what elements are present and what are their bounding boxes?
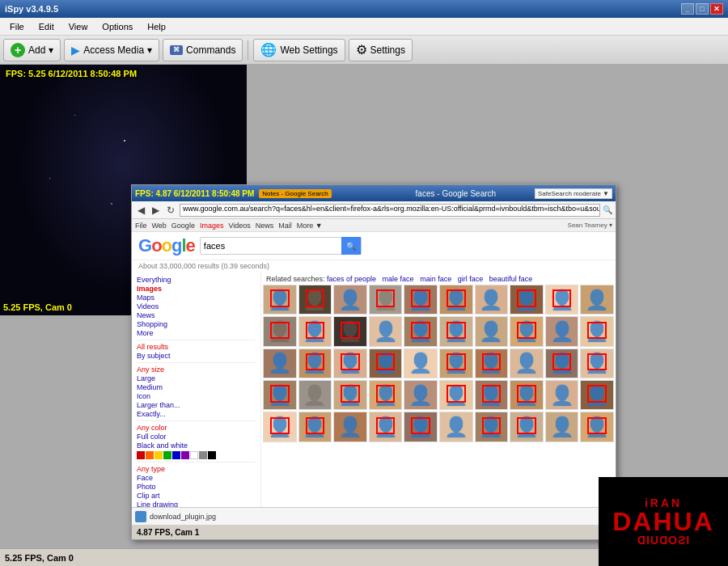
maximize-button[interactable]: □ — [696, 3, 709, 15]
face-detection-rect-12 — [341, 322, 360, 339]
browser-forward[interactable]: ▶ — [150, 205, 162, 216]
google-search-input[interactable] — [201, 241, 341, 251]
cam0-fps-display: FPS: 5.25 6/12/2011 8:50:48 PM — [3, 68, 139, 79]
browser-menu-mail[interactable]: Mail — [278, 222, 292, 230]
add-button[interactable]: + Add ▾ — [3, 39, 61, 61]
image-cell-33: 👤 — [369, 380, 403, 410]
related-girl-face[interactable]: girl face — [458, 275, 484, 283]
face-detection-rect-44 — [411, 417, 430, 434]
related-main-face[interactable]: main face — [420, 275, 451, 283]
menu-help[interactable]: Help — [141, 20, 172, 33]
browser-menu-google[interactable]: Google — [171, 222, 195, 230]
menu-edit[interactable]: Edit — [32, 20, 61, 33]
download-filename: download_plugin.jpg — [150, 513, 216, 521]
sidebar-shopping[interactable]: Shopping — [137, 320, 256, 328]
address-bar[interactable]: www.google.com.au/search?q=faces&hl=en&c… — [180, 204, 600, 217]
search-box-container: 🔍 — [200, 237, 362, 255]
face-detection-rect-35 — [447, 385, 466, 402]
access-media-button[interactable]: ▶ Access Media ▾ — [64, 39, 159, 61]
browser-refresh[interactable]: ↻ — [164, 205, 177, 216]
image-cell-14: 👤 — [404, 316, 438, 346]
sidebar-news[interactable]: News — [137, 311, 256, 319]
minimize-button[interactable]: _ — [681, 3, 694, 15]
image-cell-47: 👤 — [510, 412, 544, 441]
sidebar-large[interactable]: Large — [137, 374, 256, 382]
sidebar-maps[interactable]: Maps — [137, 294, 256, 302]
image-cell-49: 👤 — [580, 412, 614, 441]
image-cell-3: 👤 — [369, 285, 403, 315]
browser-search-icon: 🔍 — [603, 205, 612, 214]
image-cell-1: 👤 — [298, 285, 332, 315]
results-info: About 33,000,000 results (0.39 seconds) — [132, 260, 616, 272]
sidebar-largerthan[interactable]: Larger than... — [137, 401, 256, 409]
image-cell-18: 👤 — [545, 316, 579, 346]
menu-options[interactable]: Options — [95, 20, 139, 33]
browser-menu-images[interactable]: Images — [200, 222, 224, 230]
browser-menu-file[interactable]: File — [135, 222, 147, 230]
sidebar-bw[interactable]: Black and white — [137, 441, 256, 450]
sidebar-bysubject[interactable]: By subject — [137, 352, 256, 360]
browser-menu-more[interactable]: More ▼ — [297, 222, 323, 230]
image-cell-11: 👤 — [298, 316, 332, 346]
face-detection-rect-32 — [341, 385, 360, 402]
sidebar-anysize-title: Any size — [137, 365, 164, 374]
google-sidebar: Everything Images Maps Videos News Shopp… — [132, 272, 261, 537]
face-detection-rect-23 — [376, 353, 396, 370]
sidebar-photo[interactable]: Photo — [137, 483, 256, 491]
title-bar-controls[interactable]: _ □ ✕ — [681, 3, 723, 15]
face-detection-rect-33 — [376, 385, 396, 402]
related-faces-of-people[interactable]: faces of people — [327, 275, 376, 283]
close-button[interactable]: ✕ — [710, 3, 723, 15]
sidebar-face[interactable]: Face — [137, 474, 256, 482]
image-cell-37: 👤 — [510, 380, 544, 410]
sidebar-videos[interactable]: Videos — [137, 302, 256, 310]
google-search-button[interactable]: 🔍 — [341, 237, 361, 255]
cam0-status-label: 5.25 FPS, Cam 0 — [5, 553, 74, 563]
related-beautiful-face[interactable]: beautiful face — [489, 275, 533, 283]
face-detection-rect-5 — [447, 289, 466, 306]
image-cell-48: 👤 — [545, 412, 579, 441]
face-detection-rect-0 — [270, 289, 290, 306]
sidebar-anycolor-title: Any color — [137, 424, 167, 432]
add-dropdown-icon: ▾ — [49, 44, 53, 56]
face-detection-rect-37 — [517, 385, 536, 402]
image-cell-4: 👤 — [404, 285, 438, 315]
related-searches: Related searches: faces of people male f… — [263, 273, 614, 285]
browser-menu-news[interactable]: News — [256, 222, 274, 230]
commands-button[interactable]: ⌘ Commands — [163, 39, 243, 61]
sidebar-clipart[interactable]: Clip art — [137, 492, 256, 500]
face-detection-rect-1 — [306, 289, 325, 306]
toolbar-separator — [248, 40, 248, 60]
main-area: FPS: 5.25 6/12/2011 8:50:48 PM 5.25 FPS,… — [0, 65, 728, 566]
image-cell-21: 👤 — [298, 348, 332, 378]
sidebar-icon[interactable]: Icon — [137, 392, 256, 400]
image-grid-area: Related searches: faces of people male f… — [261, 272, 616, 537]
menu-bar: File Edit View Options Help — [0, 18, 728, 36]
menu-view[interactable]: View — [62, 20, 95, 33]
image-cell-24: 👤 — [404, 348, 438, 378]
web-settings-button[interactable]: 🌐 Web Settings — [253, 39, 345, 61]
face-detection-rect-17 — [517, 322, 536, 339]
face-detection-rect-4 — [411, 289, 430, 306]
browser-back[interactable]: ◀ — [135, 205, 147, 216]
browser-menu-web[interactable]: Web — [152, 222, 167, 230]
image-cell-40: 👤 — [263, 412, 297, 441]
sidebar-more[interactable]: More — [137, 329, 256, 337]
image-cell-31: 👤 — [298, 380, 332, 410]
related-male-face[interactable]: male face — [383, 275, 414, 283]
sidebar-everything[interactable]: Everything — [137, 276, 256, 284]
image-cell-46: 👤 — [475, 412, 509, 441]
browser-menu-videos[interactable]: Videos — [228, 222, 250, 230]
settings-button[interactable]: ⚙ Settings — [349, 39, 413, 61]
sidebar-fullcolor[interactable]: Full color — [137, 433, 256, 441]
sidebar-medium[interactable]: Medium — [137, 383, 256, 391]
face-detection-rect-21 — [306, 353, 325, 370]
sidebar-exactly[interactable]: Exactly... — [137, 410, 256, 418]
menu-file[interactable]: File — [3, 20, 31, 33]
cam1-fps-display: FPS: 4.87 6/12/2011 8:50:48 PM — [135, 189, 254, 198]
web-settings-label: Web Settings — [280, 44, 337, 56]
cam1-notification: Notes - Google Search — [259, 189, 331, 198]
sidebar-images[interactable]: Images — [137, 285, 256, 293]
app-title: iSpy v3.4.9.5 — [5, 4, 58, 14]
google-logo: Google — [138, 235, 195, 256]
